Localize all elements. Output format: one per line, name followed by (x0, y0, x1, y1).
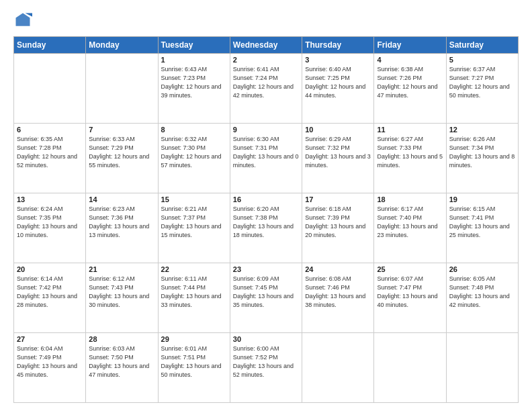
calendar-header-wednesday: Wednesday (230, 37, 302, 54)
day-number: 2 (233, 56, 299, 64)
calendar-cell: 8Sunrise: 6:32 AM Sunset: 7:30 PM Daylig… (158, 124, 230, 193)
calendar-cell: 4Sunrise: 6:38 AM Sunset: 7:26 PM Daylig… (374, 54, 446, 124)
calendar-cell: 9Sunrise: 6:30 AM Sunset: 7:31 PM Daylig… (230, 124, 302, 193)
calendar-cell (86, 54, 158, 124)
day-info: Sunrise: 6:04 AM Sunset: 7:49 PM Dayligh… (17, 345, 83, 379)
calendar-week-2: 6Sunrise: 6:35 AM Sunset: 7:28 PM Daylig… (14, 124, 519, 193)
logo-icon (13, 11, 32, 30)
calendar-cell: 23Sunrise: 6:09 AM Sunset: 7:45 PM Dayli… (230, 263, 302, 333)
calendar-cell: 22Sunrise: 6:11 AM Sunset: 7:44 PM Dayli… (158, 263, 230, 333)
day-number: 9 (233, 126, 299, 134)
day-number: 26 (449, 265, 515, 273)
day-info: Sunrise: 6:26 AM Sunset: 7:34 PM Dayligh… (449, 135, 515, 170)
day-number: 25 (377, 265, 443, 273)
calendar-cell (446, 333, 518, 403)
calendar-cell: 13Sunrise: 6:24 AM Sunset: 7:35 PM Dayli… (14, 193, 86, 263)
calendar-cell: 10Sunrise: 6:29 AM Sunset: 7:32 PM Dayli… (302, 124, 374, 193)
day-info: Sunrise: 6:20 AM Sunset: 7:38 PM Dayligh… (233, 205, 299, 240)
day-info: Sunrise: 6:17 AM Sunset: 7:40 PM Dayligh… (377, 205, 443, 240)
day-info: Sunrise: 6:30 AM Sunset: 7:31 PM Dayligh… (233, 135, 299, 170)
day-number: 28 (89, 335, 154, 343)
day-info: Sunrise: 6:40 AM Sunset: 7:25 PM Dayligh… (305, 65, 371, 100)
calendar-header-thursday: Thursday (302, 37, 374, 54)
calendar-cell: 19Sunrise: 6:15 AM Sunset: 7:41 PM Dayli… (446, 193, 518, 263)
calendar-cell: 18Sunrise: 6:17 AM Sunset: 7:40 PM Dayli… (374, 193, 446, 263)
calendar-cell: 21Sunrise: 6:12 AM Sunset: 7:43 PM Dayli… (86, 263, 158, 333)
day-number: 13 (17, 195, 83, 203)
day-number: 27 (17, 335, 83, 343)
day-number: 1 (161, 56, 227, 64)
day-info: Sunrise: 6:35 AM Sunset: 7:28 PM Dayligh… (17, 135, 83, 170)
day-info: Sunrise: 6:14 AM Sunset: 7:42 PM Dayligh… (17, 275, 83, 310)
day-number: 17 (305, 195, 371, 203)
day-number: 8 (161, 126, 227, 134)
day-info: Sunrise: 6:41 AM Sunset: 7:24 PM Dayligh… (233, 65, 299, 100)
calendar-header-monday: Monday (86, 37, 158, 54)
calendar-header-sunday: Sunday (14, 37, 86, 54)
day-info: Sunrise: 6:21 AM Sunset: 7:37 PM Dayligh… (161, 205, 227, 240)
calendar-header-saturday: Saturday (446, 37, 518, 54)
day-number: 22 (161, 265, 227, 273)
calendar-cell: 3Sunrise: 6:40 AM Sunset: 7:25 PM Daylig… (302, 54, 374, 124)
calendar-cell: 12Sunrise: 6:26 AM Sunset: 7:34 PM Dayli… (446, 124, 518, 193)
day-number: 30 (233, 335, 299, 343)
day-info: Sunrise: 6:00 AM Sunset: 7:52 PM Dayligh… (233, 345, 299, 379)
day-info: Sunrise: 6:23 AM Sunset: 7:36 PM Dayligh… (89, 205, 154, 240)
day-info: Sunrise: 6:27 AM Sunset: 7:33 PM Dayligh… (377, 135, 443, 170)
calendar-cell: 16Sunrise: 6:20 AM Sunset: 7:38 PM Dayli… (230, 193, 302, 263)
day-info: Sunrise: 6:15 AM Sunset: 7:41 PM Dayligh… (449, 205, 515, 240)
day-number: 5 (449, 56, 515, 64)
calendar-cell: 5Sunrise: 6:37 AM Sunset: 7:27 PM Daylig… (446, 54, 518, 124)
day-number: 16 (233, 195, 299, 203)
calendar-table: SundayMondayTuesdayWednesdayThursdayFrid… (13, 36, 519, 403)
day-info: Sunrise: 6:38 AM Sunset: 7:26 PM Dayligh… (377, 65, 443, 100)
day-number: 11 (377, 126, 443, 134)
day-number: 23 (233, 265, 299, 273)
calendar-cell: 1Sunrise: 6:43 AM Sunset: 7:23 PM Daylig… (158, 54, 230, 124)
calendar-cell: 26Sunrise: 6:05 AM Sunset: 7:48 PM Dayli… (446, 263, 518, 333)
day-info: Sunrise: 6:12 AM Sunset: 7:43 PM Dayligh… (89, 275, 154, 310)
day-info: Sunrise: 6:32 AM Sunset: 7:30 PM Dayligh… (161, 135, 227, 170)
page: SundayMondayTuesdayWednesdayThursdayFrid… (0, 0, 532, 411)
calendar-cell: 2Sunrise: 6:41 AM Sunset: 7:24 PM Daylig… (230, 54, 302, 124)
day-number: 18 (377, 195, 443, 203)
calendar-cell: 28Sunrise: 6:03 AM Sunset: 7:50 PM Dayli… (86, 333, 158, 403)
svg-marker-0 (16, 13, 30, 26)
day-info: Sunrise: 6:07 AM Sunset: 7:47 PM Dayligh… (377, 275, 443, 310)
header (13, 11, 519, 30)
calendar-cell: 27Sunrise: 6:04 AM Sunset: 7:49 PM Dayli… (14, 333, 86, 403)
day-number: 12 (449, 126, 515, 134)
day-info: Sunrise: 6:24 AM Sunset: 7:35 PM Dayligh… (17, 205, 83, 240)
calendar-cell: 20Sunrise: 6:14 AM Sunset: 7:42 PM Dayli… (14, 263, 86, 333)
day-info: Sunrise: 6:05 AM Sunset: 7:48 PM Dayligh… (449, 275, 515, 310)
day-info: Sunrise: 6:08 AM Sunset: 7:46 PM Dayligh… (305, 275, 371, 310)
day-info: Sunrise: 6:03 AM Sunset: 7:50 PM Dayligh… (89, 345, 154, 379)
day-number: 3 (305, 56, 371, 64)
calendar-week-5: 27Sunrise: 6:04 AM Sunset: 7:49 PM Dayli… (14, 333, 519, 403)
calendar-header-row: SundayMondayTuesdayWednesdayThursdayFrid… (14, 37, 519, 54)
day-number: 10 (305, 126, 371, 134)
logo (13, 11, 35, 30)
calendar-cell: 24Sunrise: 6:08 AM Sunset: 7:46 PM Dayli… (302, 263, 374, 333)
day-number: 29 (161, 335, 227, 343)
calendar-cell: 17Sunrise: 6:18 AM Sunset: 7:39 PM Dayli… (302, 193, 374, 263)
day-info: Sunrise: 6:37 AM Sunset: 7:27 PM Dayligh… (449, 65, 515, 100)
day-info: Sunrise: 6:01 AM Sunset: 7:51 PM Dayligh… (161, 345, 227, 379)
day-number: 14 (89, 195, 154, 203)
day-info: Sunrise: 6:18 AM Sunset: 7:39 PM Dayligh… (305, 205, 371, 240)
calendar-cell: 15Sunrise: 6:21 AM Sunset: 7:37 PM Dayli… (158, 193, 230, 263)
day-number: 15 (161, 195, 227, 203)
day-info: Sunrise: 6:43 AM Sunset: 7:23 PM Dayligh… (161, 65, 227, 100)
day-info: Sunrise: 6:11 AM Sunset: 7:44 PM Dayligh… (161, 275, 227, 310)
calendar-week-1: 1Sunrise: 6:43 AM Sunset: 7:23 PM Daylig… (14, 54, 519, 124)
day-info: Sunrise: 6:33 AM Sunset: 7:29 PM Dayligh… (89, 135, 154, 170)
calendar-cell: 6Sunrise: 6:35 AM Sunset: 7:28 PM Daylig… (14, 124, 86, 193)
day-number: 21 (89, 265, 154, 273)
calendar-cell: 7Sunrise: 6:33 AM Sunset: 7:29 PM Daylig… (86, 124, 158, 193)
calendar-week-4: 20Sunrise: 6:14 AM Sunset: 7:42 PM Dayli… (14, 263, 519, 333)
calendar-cell: 11Sunrise: 6:27 AM Sunset: 7:33 PM Dayli… (374, 124, 446, 193)
day-number: 24 (305, 265, 371, 273)
day-number: 19 (449, 195, 515, 203)
calendar-cell (302, 333, 374, 403)
day-number: 4 (377, 56, 443, 64)
